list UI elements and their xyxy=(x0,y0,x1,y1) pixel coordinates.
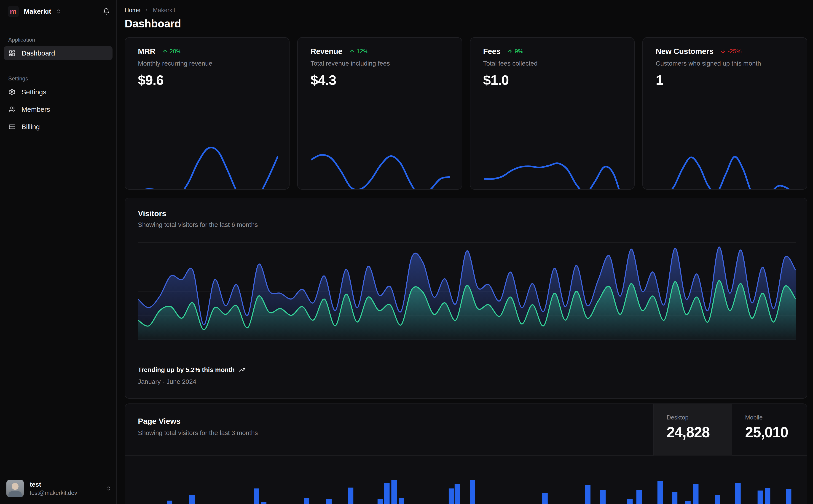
chevron-right-icon xyxy=(144,8,149,13)
visitors-period: January - June 2024 xyxy=(138,378,196,385)
user-menu[interactable]: test test@makerkit.dev xyxy=(6,479,111,498)
workspace-name[interactable]: Makerkit xyxy=(24,8,51,15)
avatar xyxy=(6,480,24,497)
arrow-up-icon xyxy=(162,49,167,54)
stat-description: Monthly recurring revenue xyxy=(138,60,276,67)
sidebar-group-application: Application xyxy=(8,37,116,43)
stat-description: Total revenue including fees xyxy=(311,60,449,67)
sidebar-item-label: Billing xyxy=(21,123,40,131)
sidebar: m Makerkit Application Dashboard Setting… xyxy=(0,0,117,504)
revenue-line-chart xyxy=(311,142,450,190)
sidebar-item-label: Dashboard xyxy=(21,49,55,57)
chevrons-up-down-icon xyxy=(106,486,111,491)
dashboard-grid-icon xyxy=(9,50,16,57)
sidebar-nav-settings: Settings Members Billing xyxy=(0,85,116,134)
breadcrumb-home-link[interactable]: Home xyxy=(125,7,140,14)
breadcrumb: Home Makerkit xyxy=(125,5,807,15)
sidebar-group-settings: Settings xyxy=(8,75,116,82)
credit-card-icon xyxy=(9,123,16,130)
stat-value: 1 xyxy=(656,72,794,88)
arrow-up-icon xyxy=(507,49,513,54)
stat-cards-row: MRR 20% Monthly recurring revenue $9.6 J… xyxy=(125,37,807,190)
gear-icon xyxy=(9,89,16,95)
page-views-card: Page Views Showing total visitors for th… xyxy=(125,403,807,504)
new-customers-line-chart xyxy=(656,142,795,190)
sidebar-item-settings[interactable]: Settings xyxy=(4,85,112,99)
toggle-mobile-label: Mobile xyxy=(745,414,807,421)
sidebar-item-members[interactable]: Members xyxy=(4,102,112,117)
user-email: test@makerkit.dev xyxy=(30,490,77,496)
stat-card-fees: Fees 9% Total fees collected $1.0 July 2… xyxy=(470,37,635,190)
arrow-up-icon xyxy=(349,49,355,54)
user-meta: test test@makerkit.dev xyxy=(30,481,77,496)
chevrons-up-down-icon[interactable] xyxy=(56,9,61,14)
trend-badge: 9% xyxy=(507,48,523,55)
trend-change: 12% xyxy=(357,48,368,55)
main-content: Home Makerkit Dashboard MRR 20% Monthly … xyxy=(117,0,813,504)
toggle-desktop[interactable]: Desktop 24,828 xyxy=(654,404,732,456)
sidebar-nav-application: Dashboard xyxy=(0,46,116,60)
stat-value: $4.3 xyxy=(311,72,449,88)
stat-value: $1.0 xyxy=(483,72,622,88)
toggle-mobile-value: 25,010 xyxy=(745,424,807,441)
trend-badge: 20% xyxy=(162,48,181,55)
stat-description: Customers who signed up this month xyxy=(656,60,794,67)
trending-up-icon xyxy=(239,366,246,373)
stat-title: Fees xyxy=(483,47,501,56)
breadcrumb-current: Makerkit xyxy=(153,7,175,14)
trend-change: -25% xyxy=(728,48,742,55)
stat-title: New Customers xyxy=(656,47,714,56)
stat-card-new-customers: New Customers -25% Customers who signed … xyxy=(643,37,807,190)
stat-title: Revenue xyxy=(311,47,342,56)
visitors-subtitle: Showing total visitors for the last 6 mo… xyxy=(125,218,807,228)
visitors-trend-line: Trending up by 5.2% this month xyxy=(138,366,246,374)
trend-change: 20% xyxy=(169,48,181,55)
stat-description: Total fees collected xyxy=(483,60,622,67)
mrr-line-chart xyxy=(138,142,278,190)
stat-card-mrr: MRR 20% Monthly recurring revenue $9.6 J… xyxy=(125,37,290,190)
stat-title: MRR xyxy=(138,47,155,56)
sidebar-item-billing[interactable]: Billing xyxy=(4,120,112,134)
page-views-header: Page Views Showing total visitors for th… xyxy=(125,404,807,456)
trend-badge: -25% xyxy=(720,48,742,55)
trend-change: 9% xyxy=(515,48,523,55)
user-name: test xyxy=(30,481,77,488)
users-icon xyxy=(9,106,16,113)
page-views-bar-chart xyxy=(138,456,797,504)
fees-line-chart xyxy=(484,142,623,190)
bell-icon[interactable] xyxy=(103,8,110,15)
stat-value: $9.6 xyxy=(138,72,276,88)
visitors-card: Visitors Showing total visitors for the … xyxy=(125,198,807,399)
workspace-header: m Makerkit xyxy=(0,0,116,17)
sidebar-item-label: Members xyxy=(21,106,50,113)
logo-letter: m xyxy=(10,8,17,15)
visitors-area-chart xyxy=(138,241,796,341)
toggle-mobile[interactable]: Mobile 25,010 xyxy=(732,404,807,456)
visitors-trend-text: Trending up by 5.2% this month xyxy=(138,366,235,374)
visitors-title: Visitors xyxy=(125,198,807,218)
page-title: Dashboard xyxy=(125,17,807,30)
sidebar-item-dashboard[interactable]: Dashboard xyxy=(4,46,112,60)
toggle-desktop-label: Desktop xyxy=(667,414,732,421)
dashboard-screen: m Makerkit Application Dashboard Setting… xyxy=(0,0,813,504)
toggle-desktop-value: 24,828 xyxy=(667,424,732,441)
sidebar-item-label: Settings xyxy=(21,88,46,96)
arrow-down-icon xyxy=(720,49,726,54)
makerkit-logo[interactable]: m xyxy=(8,6,19,17)
stat-card-revenue: Revenue 12% Total revenue including fees… xyxy=(297,37,462,190)
trend-badge: 12% xyxy=(349,48,368,55)
